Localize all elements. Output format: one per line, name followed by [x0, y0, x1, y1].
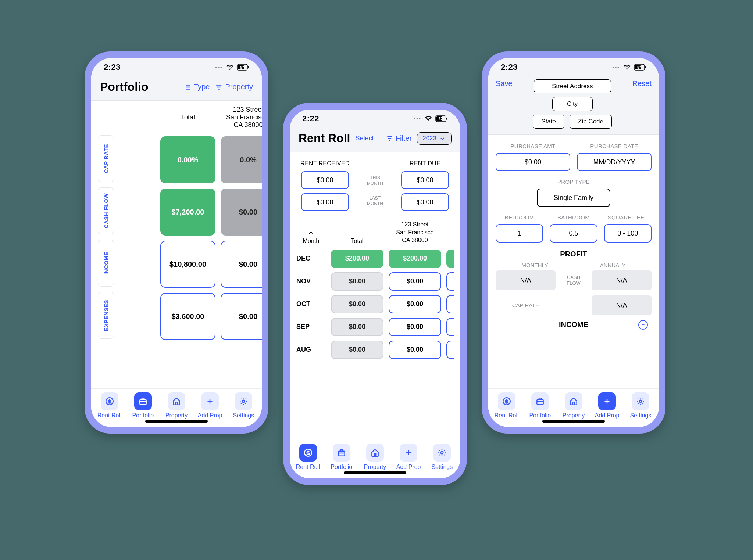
bathroom-label: BATHROOM: [557, 214, 590, 220]
home-indicator[interactable]: [542, 420, 605, 423]
filter-property-label: Property: [225, 83, 253, 91]
filter-button[interactable]: Filter: [386, 134, 412, 143]
battery-icon: 57: [237, 64, 249, 71]
rowlabel-income: INCOME: [98, 240, 114, 287]
rr-total-cell[interactable]: $0.00: [331, 272, 383, 291]
cell-cashflow-total[interactable]: $7,200.00: [160, 189, 215, 236]
home-indicator[interactable]: [145, 420, 208, 423]
wifi-icon: [623, 63, 631, 71]
bathroom-input[interactable]: 0.5: [550, 224, 597, 243]
cell-income-prop[interactable]: $0.00: [221, 241, 262, 288]
bedroom-label: BEDROOM: [505, 214, 534, 220]
cell-expenses-total[interactable]: $3,600.00: [160, 293, 215, 340]
street-input[interactable]: Street Address: [534, 79, 611, 93]
rowlabel-expenses: EXPENSES: [98, 292, 114, 339]
phone-rentroll: 2:22 ••• 57 Rent Roll Select Filter 2023…: [283, 103, 467, 485]
tab-property[interactable]: Property: [359, 444, 391, 470]
tab-addprop[interactable]: Add Prop: [591, 392, 623, 419]
battery-icon: 57: [634, 64, 646, 71]
reset-button[interactable]: Reset: [632, 79, 652, 88]
tab-portfolio[interactable]: Portfolio: [127, 392, 159, 419]
wifi-icon: [424, 115, 432, 123]
state-input[interactable]: State: [533, 115, 564, 129]
status-time: 2:23: [104, 62, 121, 72]
home-indicator[interactable]: [344, 471, 406, 474]
month-label: AUG: [296, 346, 326, 353]
last-month-label: LAST MONTH: [367, 195, 383, 206]
tab-rentroll[interactable]: Rent Roll: [292, 444, 324, 470]
rr-total-cell[interactable]: $0.00: [331, 295, 383, 313]
collapse-button[interactable]: [638, 320, 648, 330]
rr-row: DEC$200.00$200.00: [296, 250, 454, 268]
filter-property-button[interactable]: Property: [215, 83, 253, 91]
filter-icon: [386, 135, 393, 142]
city-input[interactable]: City: [552, 97, 593, 111]
svg-text:57: 57: [240, 65, 245, 69]
tab-portfolio[interactable]: Portfolio: [524, 392, 556, 419]
col-total: Total: [160, 111, 215, 123]
tab-settings[interactable]: Settings: [624, 392, 657, 419]
rr-total-cell[interactable]: $200.00: [331, 250, 383, 268]
month-label: NOV: [296, 277, 326, 285]
status-dots: •••: [612, 64, 620, 70]
rr-addr-cell[interactable]: $0.00: [389, 295, 441, 313]
rr-extra-cell[interactable]: [446, 272, 454, 291]
year-selector[interactable]: 2023: [417, 132, 452, 145]
cell-income-total[interactable]: $10,800.00: [160, 241, 215, 288]
page-title: Rent Roll: [299, 132, 350, 145]
rent-due-this[interactable]: $0.00: [401, 171, 449, 189]
filter-type-button[interactable]: Type: [183, 83, 210, 91]
tab-addprop[interactable]: Add Prop: [392, 444, 425, 470]
rr-total-cell[interactable]: $0.00: [331, 341, 383, 359]
purchase-amt-input[interactable]: $0.00: [496, 153, 570, 171]
rr-addr-cell[interactable]: $0.00: [389, 272, 441, 291]
tab-settings[interactable]: Settings: [426, 444, 458, 470]
status-time: 2:22: [302, 114, 319, 123]
rent-due-last[interactable]: $0.00: [401, 193, 449, 211]
sqft-label: SQUARE FEET: [608, 214, 648, 220]
status-dots: •••: [414, 116, 421, 122]
this-month-label: THIS MONTH: [367, 175, 383, 186]
rr-addr-cell[interactable]: $200.00: [389, 250, 441, 268]
rr-total-cell[interactable]: $0.00: [331, 318, 383, 336]
svg-text:57: 57: [439, 117, 443, 121]
rr-extra-cell[interactable]: [446, 318, 454, 336]
tab-settings[interactable]: Settings: [227, 392, 260, 419]
cashflow-annual: N/A: [592, 270, 652, 290]
rowlabel-caprate: CAP RATE: [98, 135, 114, 182]
rr-extra-cell[interactable]: [446, 341, 454, 359]
zip-input[interactable]: Zip Code: [570, 115, 612, 129]
rent-received-this[interactable]: $0.00: [301, 171, 349, 189]
tab-property[interactable]: Property: [557, 392, 590, 419]
list-icon: [183, 83, 192, 91]
rr-extra-cell[interactable]: [446, 250, 454, 268]
purchase-date-input[interactable]: MM/DD/YYYY: [577, 153, 652, 171]
month-label: OCT: [296, 300, 326, 308]
cell-cashflow-prop[interactable]: $0.00: [221, 189, 262, 236]
cell-caprate-prop[interactable]: 0.0%: [221, 136, 262, 183]
rr-extra-cell[interactable]: [446, 295, 454, 313]
tab-property[interactable]: Property: [160, 392, 193, 419]
bedroom-input[interactable]: 1: [496, 224, 543, 243]
select-button[interactable]: Select: [355, 134, 374, 142]
save-button[interactable]: Save: [496, 79, 513, 88]
filter-icon: [215, 83, 223, 91]
cell-caprate-total[interactable]: 0.00%: [160, 136, 215, 183]
svg-rect-6: [248, 66, 249, 68]
tab-rentroll[interactable]: Rent Roll: [490, 392, 523, 419]
rr-addr-cell[interactable]: $0.00: [389, 341, 441, 359]
cashflow-monthly: N/A: [496, 270, 556, 290]
sort-month[interactable]: Month: [296, 230, 326, 244]
sqft-input[interactable]: 0 - 100: [604, 224, 652, 243]
purchase-date-label: PURCHASE DATE: [590, 143, 638, 149]
rr-addr-cell[interactable]: $0.00: [389, 318, 441, 336]
monthly-label: MONTHLY: [522, 262, 548, 268]
prop-type-input[interactable]: Single Family: [537, 189, 610, 207]
tab-rentroll[interactable]: Rent Roll: [93, 392, 126, 419]
tab-addprop[interactable]: Add Prop: [194, 392, 226, 419]
header: Portfolio Type Property: [91, 76, 262, 101]
rent-received-last[interactable]: $0.00: [301, 193, 349, 211]
cell-expenses-prop[interactable]: $0.00: [221, 293, 262, 340]
income-heading: INCOME: [559, 320, 588, 329]
tab-portfolio[interactable]: Portfolio: [325, 444, 358, 470]
